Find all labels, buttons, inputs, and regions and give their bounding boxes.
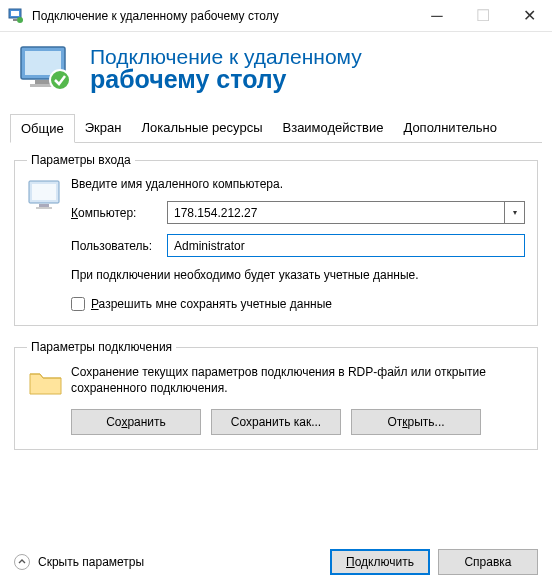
tab-interaction[interactable]: Взаимодействие [273,114,394,142]
svg-rect-1 [11,11,19,16]
window-title: Подключение к удаленному рабочему столу [32,9,414,23]
minimize-button[interactable]: ─ [414,0,460,32]
open-button[interactable]: Открыть... [351,409,481,435]
hide-options-link[interactable]: Скрыть параметры [14,554,330,570]
computer-dropdown-icon[interactable]: ▾ [505,201,525,224]
save-as-button[interactable]: Сохранить как... [211,409,341,435]
header: Подключение к удаленному рабочему столу [0,32,552,108]
login-instruction: Введите имя удаленного компьютера. [71,177,525,191]
connect-button[interactable]: Подключить [330,549,430,575]
titlebar: Подключение к удаленному рабочему столу … [0,0,552,32]
svg-point-3 [17,17,23,23]
svg-rect-2 [13,19,17,21]
credentials-note: При подключении необходимо будет указать… [71,267,525,283]
user-input[interactable] [167,234,525,257]
bottom-bar: Скрыть параметры Подключить Справка [0,539,552,587]
close-button[interactable]: ✕ [506,0,552,32]
save-credentials-label[interactable]: Разрешить мне сохранять учетные данные [91,297,332,311]
computer-label: Компьютер: [71,206,167,220]
save-credentials-checkbox[interactable] [71,297,85,311]
login-legend: Параметры входа [27,153,135,167]
save-button[interactable]: Сохранить [71,409,201,435]
header-line2: рабочему столу [90,65,362,94]
svg-rect-6 [35,80,51,84]
rdp-hero-icon [18,44,78,94]
connection-group: Параметры подключения Сохранение текущих… [14,340,538,449]
tab-screen[interactable]: Экран [75,114,132,142]
svg-point-8 [50,70,70,90]
computer-input[interactable] [167,201,505,224]
svg-rect-11 [39,204,49,207]
maximize-button[interactable]: ☐ [460,0,506,32]
connection-instruction: Сохранение текущих параметров подключени… [71,364,525,396]
login-monitor-icon [27,177,71,311]
login-group: Параметры входа Введите имя удаленного к… [14,153,538,326]
tab-general[interactable]: Общие [10,114,75,143]
rdp-app-icon [8,8,24,24]
help-button[interactable]: Справка [438,549,538,575]
tab-resources[interactable]: Локальные ресурсы [131,114,272,142]
tab-bar: Общие Экран Локальные ресурсы Взаимодейс… [10,114,542,143]
connection-legend: Параметры подключения [27,340,176,354]
user-label: Пользователь: [71,239,167,253]
folder-icon [27,364,71,434]
chevron-up-icon [14,554,30,570]
svg-rect-12 [36,207,52,209]
svg-rect-10 [32,184,56,200]
tab-advanced[interactable]: Дополнительно [393,114,507,142]
